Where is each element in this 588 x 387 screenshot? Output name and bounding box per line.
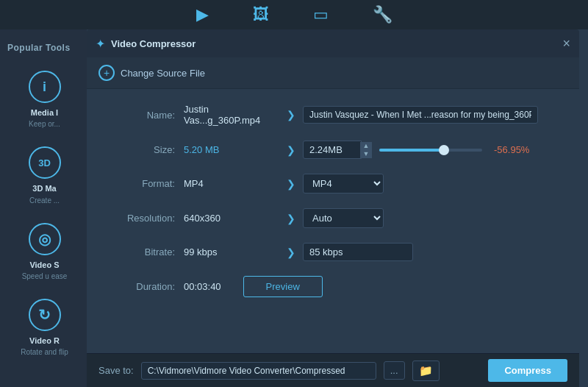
source-bar: + Change Source File — [87, 57, 579, 89]
size-slider-fill — [379, 149, 446, 152]
video-speed-title: Video S — [29, 260, 59, 270]
duration-label: Duration: — [109, 281, 175, 292]
bitrate-row: Bitrate: 99 kbps ❯ — [109, 243, 557, 261]
size-stepper-group: ▲ ▼ — [303, 141, 372, 159]
sidebar-item-video-rotate[interactable]: ↻ Video R Rotate and flip — [0, 290, 87, 366]
video-compressor-dialog: ✦ Video Compressor × + Change Source Fil… — [87, 29, 579, 387]
name-row: Name: Justin Vas...g_360P.mp4 ❯ — [109, 104, 557, 126]
video-rotate-desc: Rotate and flip — [21, 347, 68, 357]
size-arrow-icon: ❯ — [287, 144, 295, 156]
format-select[interactable]: MP4 AVI MOV MKV — [303, 174, 384, 194]
dialog-close-button[interactable]: × — [562, 37, 570, 50]
dialog-titlebar: ✦ Video Compressor × — [87, 29, 579, 57]
sidebar: Popular Tools i Media I Keep or... 3D 3D… — [0, 29, 87, 387]
duration-value: 00:03:40 — [184, 281, 221, 292]
format-arrow-icon: ❯ — [287, 178, 295, 190]
name-input[interactable] — [303, 106, 538, 124]
sidebar-item-video-speed[interactable]: ◎ Video S Speed u ease — [0, 214, 87, 290]
media-info-title: Media I — [31, 107, 58, 118]
save-to-label: Save to: — [98, 365, 134, 376]
image-nav-icon[interactable]: 🖼 — [253, 5, 269, 24]
resolution-label: Resolution: — [109, 213, 175, 224]
3d-maker-desc: Create ... — [29, 196, 60, 205]
format-value: MP4 — [184, 178, 279, 189]
name-arrow-icon: ❯ — [287, 109, 295, 121]
top-nav: ▶ 🖼 ▭ 🔧 — [0, 0, 588, 29]
open-folder-button[interactable]: 📁 — [412, 361, 440, 381]
dialog-content: Name: Justin Vas...g_360P.mp4 ❯ Size: 5.… — [87, 89, 579, 353]
bitrate-label: Bitrate: — [109, 246, 175, 258]
bottom-bar: Save to: ... 📁 Compress — [87, 353, 579, 387]
tools-nav-icon[interactable]: 🔧 — [373, 5, 392, 24]
format-row: Format: MP4 ❯ MP4 AVI MOV MKV — [109, 174, 557, 194]
sidebar-item-media-info[interactable]: i Media I Keep or... — [0, 62, 87, 138]
duration-row: Duration: 00:03:40 Preview — [109, 276, 557, 297]
size-slider-track[interactable] — [379, 149, 482, 152]
compressor-title-icon: ✦ — [96, 37, 105, 51]
resolution-select[interactable]: Auto 640x360 1280x720 1920x1080 — [303, 208, 384, 228]
bitrate-value: 99 kbps — [184, 246, 279, 258]
media-info-icon: i — [29, 71, 61, 103]
video-speed-icon: ◎ — [29, 223, 61, 255]
format-label: Format: — [109, 178, 175, 189]
size-stepper: ▲ ▼ — [360, 142, 372, 158]
name-value: Justin Vas...g_360P.mp4 — [184, 104, 279, 126]
main-layout: Popular Tools i Media I Keep or... 3D 3D… — [0, 29, 588, 387]
name-label: Name: — [109, 110, 175, 121]
media-info-desc: Keep or... — [29, 119, 60, 129]
size-increment-button[interactable]: ▲ — [360, 142, 372, 150]
video-rotate-icon: ↻ — [29, 299, 61, 331]
size-label: Size: — [109, 144, 175, 155]
change-source-label[interactable]: Change Source File — [121, 68, 205, 79]
3d-maker-title: 3D Ma — [32, 183, 56, 194]
sidebar-item-3d-maker[interactable]: 3D 3D Ma Create ... — [0, 138, 87, 213]
3d-maker-icon: 3D — [29, 146, 61, 179]
resolution-row: Resolution: 640x360 ❯ Auto 640x360 1280x… — [109, 208, 557, 228]
play-nav-icon[interactable]: ▶ — [196, 5, 209, 24]
browse-dots-button[interactable]: ... — [384, 361, 405, 380]
video-nav-icon[interactable]: ▭ — [313, 5, 329, 24]
bitrate-input[interactable] — [303, 243, 413, 261]
size-input[interactable] — [303, 141, 362, 159]
content-area: ✦ Video Compressor × + Change Source Fil… — [87, 29, 588, 387]
size-value: 5.20 MB — [184, 144, 279, 155]
bitrate-arrow-icon: ❯ — [287, 246, 295, 258]
compress-button[interactable]: Compress — [488, 359, 567, 382]
size-extra: ▲ ▼ -56.95% — [303, 141, 557, 159]
save-path-input[interactable] — [141, 362, 376, 380]
size-decrement-button[interactable]: ▼ — [360, 150, 372, 158]
video-rotate-title: Video R — [29, 335, 60, 346]
size-slider-percent: -56.95% — [494, 144, 529, 155]
sidebar-header: Popular Tools — [0, 37, 87, 62]
preview-button[interactable]: Preview — [243, 276, 323, 297]
add-source-icon[interactable]: + — [98, 65, 115, 81]
resolution-value: 640x360 — [184, 213, 279, 224]
size-row: Size: 5.20 MB ❯ ▲ ▼ — [109, 141, 557, 159]
dialog-title: Video Compressor — [111, 38, 562, 49]
resolution-arrow-icon: ❯ — [287, 213, 295, 224]
size-slider-thumb[interactable] — [439, 145, 449, 155]
video-speed-desc: Speed u ease — [22, 271, 68, 281]
